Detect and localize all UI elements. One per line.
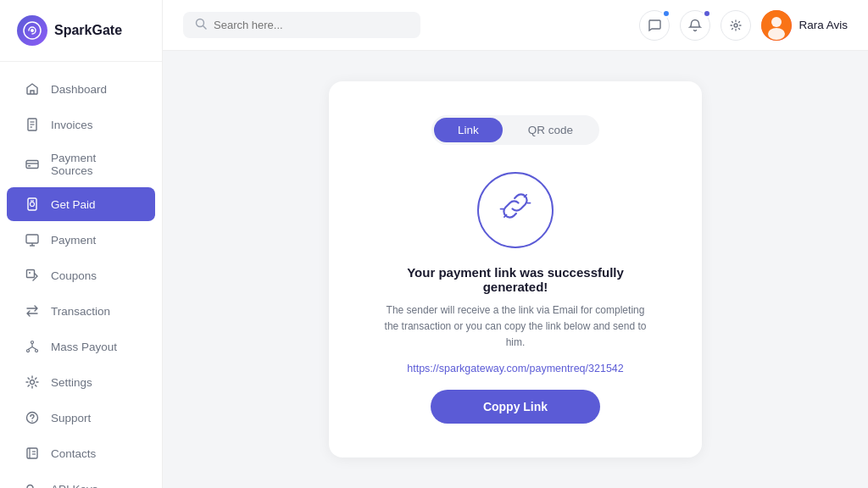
receipt-icon bbox=[24, 116, 41, 133]
document-icon bbox=[24, 196, 41, 213]
sidebar-item-mass-payout[interactable]: Mass Payout bbox=[7, 330, 155, 363]
svg-point-27 bbox=[27, 485, 33, 489]
tab-link[interactable]: Link bbox=[434, 118, 503, 142]
sidebar-item-mass-payout-label: Mass Payout bbox=[51, 341, 117, 353]
sidebar-item-get-paid[interactable]: Get Paid bbox=[7, 187, 155, 221]
chat-button[interactable] bbox=[639, 10, 670, 41]
payment-url: https://sparkgateway.com/paymentreq/3215… bbox=[407, 363, 623, 374]
contacts-icon bbox=[24, 445, 41, 462]
link-success-icon-wrapper bbox=[477, 172, 554, 248]
svg-point-19 bbox=[36, 350, 38, 352]
sidebar-item-payment-label: Payment bbox=[51, 234, 96, 247]
logo-text: SparkGate bbox=[54, 23, 122, 38]
svg-rect-6 bbox=[26, 161, 38, 169]
logo-icon bbox=[17, 15, 47, 46]
notifications-button[interactable] bbox=[680, 10, 710, 41]
svg-point-20 bbox=[31, 380, 35, 385]
sidebar-item-payment[interactable]: Payment bbox=[7, 223, 155, 257]
logo: SparkGate bbox=[0, 0, 162, 62]
user-profile[interactable]: Rara Avis bbox=[761, 10, 848, 41]
key-icon bbox=[24, 480, 41, 488]
notifications-badge bbox=[703, 9, 711, 18]
svg-rect-12 bbox=[26, 235, 38, 243]
svg-line-29 bbox=[203, 26, 207, 30]
link-icon bbox=[498, 188, 533, 231]
sidebar-item-support[interactable]: Support bbox=[7, 401, 155, 435]
sidebar-item-dashboard-label: Dashboard bbox=[51, 83, 107, 96]
settings-button[interactable] bbox=[721, 10, 751, 41]
user-name: Rara Avis bbox=[798, 19, 848, 31]
arrows-icon bbox=[24, 302, 41, 319]
svg-rect-23 bbox=[27, 448, 37, 458]
sidebar-item-get-paid-label: Get Paid bbox=[51, 198, 96, 211]
success-title: Your payment link was successfully gener… bbox=[380, 265, 651, 294]
sidebar-navigation: Dashboard Invoices bbox=[0, 62, 162, 488]
success-description: The sender will receive a the link via E… bbox=[380, 302, 651, 352]
svg-point-33 bbox=[768, 28, 785, 40]
search-input[interactable] bbox=[214, 19, 409, 31]
sidebar-item-api-keys[interactable]: API Keys bbox=[7, 472, 155, 488]
payment-link-card: Link QR code Your bbox=[329, 81, 702, 458]
main-area: Rara Avis Link QR code bbox=[163, 0, 868, 488]
sidebar-item-settings[interactable]: Settings bbox=[7, 365, 155, 399]
sidebar-item-transaction[interactable]: Transaction bbox=[7, 294, 155, 328]
sidebar-item-payment-sources[interactable]: Payment Sources bbox=[7, 143, 155, 186]
svg-rect-9 bbox=[28, 198, 36, 210]
card-icon bbox=[24, 156, 41, 173]
sidebar-item-coupons-label: Coupons bbox=[51, 269, 97, 282]
sidebar-item-coupons[interactable]: Coupons bbox=[7, 258, 155, 292]
house-icon bbox=[24, 80, 41, 97]
search-bar[interactable] bbox=[183, 12, 420, 38]
search-icon bbox=[195, 18, 207, 32]
header: Rara Avis bbox=[163, 0, 868, 51]
copy-link-button[interactable]: Coppy Link bbox=[431, 390, 600, 424]
sidebar-item-contacts[interactable]: Contacts bbox=[7, 436, 155, 470]
main-content: Link QR code Your bbox=[163, 51, 868, 488]
branch-icon bbox=[24, 338, 41, 355]
tag-icon bbox=[24, 267, 41, 284]
svg-point-10 bbox=[31, 202, 35, 207]
sidebar-item-contacts-label: Contacts bbox=[51, 447, 96, 460]
svg-point-1 bbox=[31, 29, 34, 32]
svg-point-30 bbox=[734, 24, 737, 27]
circle-question-icon bbox=[24, 409, 41, 426]
sidebar-item-dashboard[interactable]: Dashboard bbox=[7, 72, 155, 106]
sidebar-item-invoices-label: Invoices bbox=[51, 119, 93, 131]
svg-point-22 bbox=[31, 420, 33, 422]
avatar bbox=[761, 10, 792, 41]
sidebar-item-transaction-label: Transaction bbox=[51, 305, 110, 318]
tab-toggle: Link QR code bbox=[431, 115, 599, 145]
header-right: Rara Avis bbox=[639, 10, 848, 41]
sidebar-item-api-keys-label: API Keys bbox=[51, 483, 98, 489]
svg-point-17 bbox=[31, 341, 34, 344]
svg-rect-15 bbox=[27, 270, 35, 278]
chat-badge bbox=[662, 9, 670, 18]
svg-point-18 bbox=[27, 350, 30, 352]
sidebar-item-payment-sources-label: Payment Sources bbox=[51, 152, 138, 177]
svg-point-32 bbox=[771, 17, 782, 27]
svg-point-16 bbox=[29, 272, 31, 274]
sidebar-item-settings-label: Settings bbox=[51, 376, 92, 389]
display-icon bbox=[24, 231, 41, 248]
sidebar: SparkGate Dashboard Invoic bbox=[0, 0, 163, 488]
tab-qr-code[interactable]: QR code bbox=[504, 118, 597, 142]
sidebar-item-invoices[interactable]: Invoices bbox=[7, 108, 155, 141]
sidebar-item-support-label: Support bbox=[51, 412, 91, 424]
svg-rect-8 bbox=[28, 165, 31, 167]
gear-icon bbox=[24, 374, 41, 391]
